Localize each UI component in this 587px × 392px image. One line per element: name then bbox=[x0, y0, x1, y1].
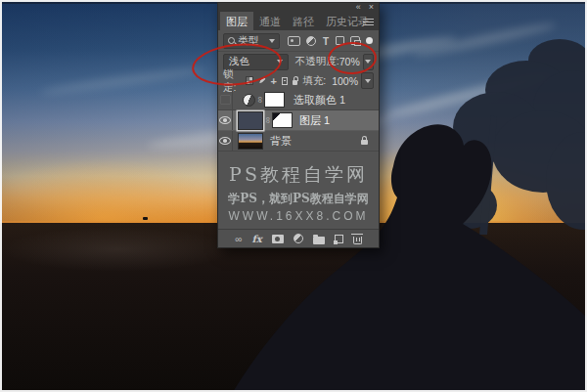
layer-name[interactable]: 背景 bbox=[270, 134, 292, 149]
adjustment-filter-icon[interactable] bbox=[306, 36, 316, 46]
visibility-toggle[interactable] bbox=[218, 90, 233, 109]
panel-empty-area bbox=[218, 152, 379, 229]
new-layer-icon[interactable] bbox=[335, 235, 343, 243]
new-adjustment-icon[interactable] bbox=[294, 234, 303, 243]
adjustment-layer-icon[interactable] bbox=[243, 94, 255, 107]
layer-name[interactable]: 选取颜色 1 bbox=[294, 93, 345, 108]
fill-group: 填充: 100% bbox=[302, 72, 374, 89]
layers-panel: « × 图层 通道 路径 历史记录 类型 bbox=[217, 2, 380, 248]
eye-icon bbox=[219, 116, 231, 124]
panel-footer: fx bbox=[218, 229, 379, 247]
screenshot-root: « × 图层 通道 路径 历史记录 类型 bbox=[0, 0, 587, 392]
eye-icon bbox=[219, 137, 231, 145]
mask-link-icon bbox=[263, 116, 273, 125]
panel-tab-bar: 图层 通道 路径 历史记录 bbox=[218, 12, 379, 30]
layer-thumbnail[interactable] bbox=[238, 133, 263, 150]
layer-thumbnail[interactable] bbox=[238, 111, 263, 130]
filter-toggle-icon[interactable] bbox=[366, 37, 373, 44]
tab-channels[interactable]: 通道 bbox=[253, 12, 287, 30]
layer-mask-thumbnail[interactable] bbox=[272, 112, 293, 128]
lock-all-icon[interactable] bbox=[293, 80, 297, 85]
fill-dropdown-button[interactable] bbox=[361, 72, 374, 89]
mask-link-icon bbox=[255, 96, 265, 105]
pixel-filter-icon[interactable] bbox=[288, 36, 300, 46]
panel-window-controls: « × bbox=[218, 3, 379, 12]
fill-label: 填充: bbox=[302, 74, 326, 88]
panel-menu-icon[interactable] bbox=[363, 17, 375, 27]
collapse-panel-button[interactable]: « bbox=[356, 4, 361, 11]
delete-layer-icon[interactable] bbox=[353, 237, 362, 244]
chevron-down-icon bbox=[269, 39, 275, 43]
chevron-down-icon bbox=[365, 79, 371, 83]
lock-position-icon[interactable] bbox=[271, 75, 277, 87]
tab-paths[interactable]: 路径 bbox=[287, 12, 320, 30]
layer-style-icon[interactable]: fx bbox=[251, 234, 261, 244]
hidden-eye-well bbox=[220, 95, 231, 105]
layer-row-selective-color[interactable]: 选取颜色 1 bbox=[218, 90, 379, 110]
close-panel-button[interactable]: × bbox=[369, 4, 374, 11]
tab-layers[interactable]: 图层 bbox=[220, 12, 253, 30]
visibility-toggle[interactable] bbox=[218, 110, 233, 130]
layer-list: 选取颜色 1 图层 1 背景 bbox=[218, 90, 379, 152]
visibility-toggle[interactable] bbox=[218, 131, 233, 151]
add-mask-icon[interactable] bbox=[272, 235, 284, 243]
type-filter-icon[interactable] bbox=[322, 35, 331, 47]
layer-row-background[interactable]: 背景 bbox=[218, 131, 379, 152]
new-group-icon[interactable] bbox=[313, 237, 325, 244]
search-icon bbox=[228, 37, 235, 44]
lock-artboard-icon[interactable] bbox=[282, 77, 288, 85]
background-lock-icon bbox=[361, 140, 368, 145]
link-layers-icon[interactable] bbox=[235, 234, 242, 244]
layer-row-layer1[interactable]: 图层 1 bbox=[218, 110, 379, 131]
layer-name[interactable]: 图层 1 bbox=[299, 113, 330, 128]
layer-mask-thumbnail[interactable] bbox=[264, 92, 285, 108]
fill-value[interactable]: 100% bbox=[332, 75, 358, 87]
